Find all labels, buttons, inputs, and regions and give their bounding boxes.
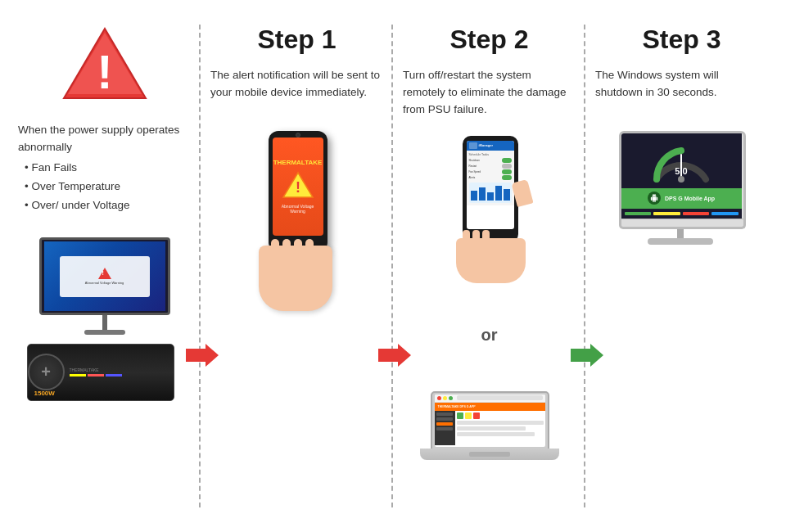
step3-description: The Windows system will shutdown in 30 s… [592,67,771,101]
svg-text:!: ! [296,179,300,196]
bar1 [471,191,477,201]
toggle4 [502,175,512,180]
red-arrow2-svg [378,344,411,367]
toggle-label3: Fan Speed [469,170,481,174]
toggle-row2: Restart [469,164,512,169]
indicator2 [465,413,472,419]
step2-column: Step 2 Turn off/restart the system remot… [393,16,585,516]
app-logo [469,142,477,149]
sf1 [463,230,470,243]
desktop-base [648,238,713,245]
red-arrow-svg [186,344,219,367]
site-main [455,411,545,445]
intro-description: When the power supply operates abnormall… [15,122,194,216]
psu-illustration: Abnormal Voltage Warning THERMALTAKE [23,237,187,385]
step1-description: The alert notification will be sent to y… [207,67,386,101]
step3-title: Step 3 [642,25,720,55]
indicator3 [473,413,480,419]
cable1 [70,374,86,376]
psu-unit: THERMALTAKE 1500W [27,344,174,401]
status-seg2 [653,212,680,215]
site-content [435,411,545,445]
bar4 [495,186,502,201]
phone-alert-text: Abnormal Voltage Warning [273,204,323,214]
step1-phone: THERMALTAKE ! Abnormal Voltage Warning [252,131,342,311]
app-chart-area [469,183,512,203]
toggle3 [502,169,512,174]
svg-text:5.0: 5.0 [675,166,687,176]
step2-title: Step 2 [449,25,528,55]
cable2 [88,374,104,376]
speedometer-area: 5.0 [648,140,714,185]
browser-min [443,396,447,400]
intro-image-area: Abnormal Voltage Warning THERMALTAKE [15,229,194,516]
arrow-to-step1 [186,344,219,367]
speedometer-svg: 5.0 [648,140,714,185]
monitor-status [621,209,742,219]
phone-alert-bg: THERMALTAKE ! Abnormal Voltage Warning [273,138,323,236]
browser-url [457,395,543,400]
psu-details: THERMALTAKE [65,367,174,376]
step2-phone-body: iManager Schedule Tasks Shutdown Restart [463,136,518,242]
status-seg1 [625,212,652,215]
sidebar-item1 [436,413,453,416]
desktop-illustration: 5.0 DPS G Mobile App [612,131,752,278]
green-arrow-svg [571,344,603,367]
app-subtitle: Schedule Tasks [469,153,512,156]
desktop-monitor: 5.0 DPS G Mobile App [619,131,746,221]
monitor-screen: Abnormal Voltage Warning [44,241,165,311]
laptop-illustration: THERMALTAKE DPS G APP [420,391,559,473]
phone-brand: THERMALTAKE [273,159,323,166]
finger2 [282,239,291,257]
bullet-list: Fan Fails Over Temperature Over/ under V… [18,160,191,214]
monitor-base [84,330,125,335]
finger3 [294,239,302,255]
bullet-fan-fails: Fan Fails [25,160,191,177]
step2-hand [456,238,526,283]
toggle2 [502,164,512,169]
psu-fan [28,354,65,390]
toggle-label1: Shutdown [469,159,480,162]
status-seg3 [683,212,710,215]
android-label: DPS G Mobile App [665,196,715,201]
psu-label: 1500W [34,390,55,397]
sf2 [472,230,480,246]
toggle1 [502,158,512,163]
monitor-warning-triangle [98,268,111,279]
step2-image-area: iManager Schedule Tasks Shutdown Restart [400,132,579,516]
step1-column: Step 1 The alert notification will be se… [201,16,393,516]
indicator1 [457,413,463,419]
step3-column: Step 3 The Windows system will shutdown … [585,16,778,516]
android-bar: DPS G Mobile App [621,188,742,209]
site-title: THERMALTAKE DPS G APP [438,405,476,408]
hand-shape [259,246,332,311]
data-bar2 [457,426,526,431]
step3-image-area: 5.0 DPS G Mobile App [592,115,771,516]
monitor-stand [102,315,107,331]
app-name: iManager [479,143,494,147]
site-header: THERMALTAKE DPS G APP [435,403,545,411]
trackpad [469,452,510,457]
desktop-screen: 5.0 DPS G Mobile App [621,133,742,219]
step2-fingers [463,230,490,246]
svg-point-9 [678,176,684,183]
bar5 [504,189,510,201]
android-svg [650,194,658,202]
step2-phone-screen: iManager Schedule Tasks Shutdown Restart [467,141,514,229]
browser-max [449,396,453,400]
toggle-row3: Fan Speed [469,169,512,174]
site-sidebar [435,411,455,445]
laptop-screen-inner: THERMALTAKE DPS G APP [435,394,545,447]
browser-toolbar [435,394,545,403]
main-container: ! When the power supply operates abnorma… [0,0,786,532]
step2-phone: iManager Schedule Tasks Shutdown Restart [445,136,535,283]
sf3 [482,230,490,245]
mini-chart [471,184,510,201]
laptop-screen-outer: THERMALTAKE DPS G APP [431,391,549,450]
svg-text:!: ! [97,45,112,98]
finger4 [305,239,314,252]
app-topbar: iManager [467,141,514,151]
step1-title: Step 1 [257,25,336,55]
browser-close [437,396,441,400]
step1-image-area: THERMALTAKE ! Abnormal Voltage Warning [207,115,386,516]
